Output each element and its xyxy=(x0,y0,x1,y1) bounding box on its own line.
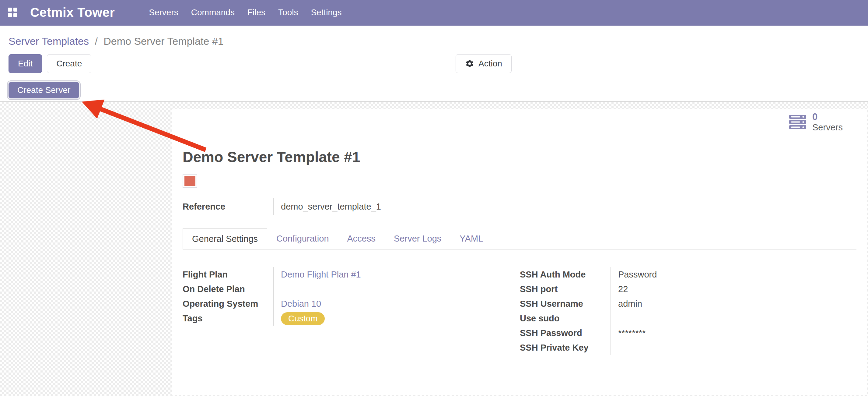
reference-label: Reference xyxy=(183,198,273,215)
flight-plan-label: Flight Plan xyxy=(183,267,273,282)
right-field-group: SSH Auth Mode Password SSH port 22 SSH U… xyxy=(520,267,857,355)
breadcrumb-current: Demo Server Template #1 xyxy=(103,35,223,47)
operating-system-value: Debian 10 xyxy=(273,296,520,311)
servers-count: 0 xyxy=(812,112,843,122)
general-settings-groups: Flight Plan Demo Flight Plan #1 On Delet… xyxy=(183,267,857,355)
reference-value: demo_server_template_1 xyxy=(273,198,857,215)
ssh-password-label: SSH Password xyxy=(520,326,611,340)
menu-item-commands[interactable]: Commands xyxy=(191,0,235,25)
edit-button[interactable]: Edit xyxy=(8,54,42,73)
ssh-username-label: SSH Username xyxy=(520,296,611,311)
form-sheet: 0 Servers Demo Server Template #1 Refere… xyxy=(172,109,867,395)
tags-value: Custom xyxy=(273,311,520,326)
tab-general-settings[interactable]: General Settings xyxy=(183,228,267,249)
gear-icon xyxy=(465,59,474,68)
on-delete-plan-value xyxy=(273,282,520,296)
menu-item-files[interactable]: Files xyxy=(247,0,266,25)
left-field-group: Flight Plan Demo Flight Plan #1 On Delet… xyxy=(183,267,520,355)
create-server-button[interactable]: Create Server xyxy=(8,82,79,98)
breadcrumb: Server Templates / Demo Server Template … xyxy=(8,35,224,47)
tab-configuration[interactable]: Configuration xyxy=(267,228,338,249)
button-box: 0 Servers xyxy=(172,109,867,135)
top-navbar: Cetmix Tower Servers Commands Files Tool… xyxy=(0,0,868,26)
servers-stat-label: Servers xyxy=(812,122,843,133)
flight-plan-value: Demo Flight Plan #1 xyxy=(273,267,520,282)
menu-item-servers[interactable]: Servers xyxy=(149,0,178,25)
main-menu: Servers Commands Files Tools Settings xyxy=(149,0,341,25)
color-picker-swatch[interactable] xyxy=(183,174,197,188)
server-stack-icon xyxy=(789,115,806,130)
menu-item-settings[interactable]: Settings xyxy=(311,0,341,25)
ssh-password-value: ******** xyxy=(611,326,857,340)
content-background: 0 Servers Demo Server Template #1 Refere… xyxy=(0,102,868,396)
on-delete-plan-label: On Delete Plan xyxy=(183,282,273,296)
use-sudo-label: Use sudo xyxy=(520,311,611,326)
ssh-port-label: SSH port xyxy=(520,282,611,296)
operating-system-label: Operating System xyxy=(183,296,273,311)
action-dropdown-button[interactable]: Action xyxy=(456,54,512,73)
create-button[interactable]: Create xyxy=(47,54,91,73)
color-swatch-fill xyxy=(184,176,195,186)
form-statusbar: Create Server xyxy=(0,78,868,102)
reference-field-row: Reference demo_server_template_1 xyxy=(183,198,857,215)
ssh-username-value: admin xyxy=(611,296,857,311)
action-button-label: Action xyxy=(478,59,502,68)
brand-title: Cetmix Tower xyxy=(30,5,115,20)
servers-stat-button[interactable]: 0 Servers xyxy=(780,109,867,135)
ssh-private-key-value xyxy=(611,340,857,355)
breadcrumb-separator: / xyxy=(95,35,97,47)
flight-plan-link[interactable]: Demo Flight Plan #1 xyxy=(281,270,361,279)
tab-server-logs[interactable]: Server Logs xyxy=(385,228,451,249)
ssh-auth-mode-value: Password xyxy=(611,267,857,282)
notebook-tabs: General Settings Configuration Access Se… xyxy=(183,228,857,250)
tag-custom[interactable]: Custom xyxy=(281,312,325,325)
use-sudo-value xyxy=(611,311,857,326)
breadcrumb-parent-link[interactable]: Server Templates xyxy=(8,35,89,47)
ssh-port-value: 22 xyxy=(611,282,857,296)
ssh-private-key-label: SSH Private Key xyxy=(520,340,611,355)
operating-system-link[interactable]: Debian 10 xyxy=(281,299,321,309)
tags-label: Tags xyxy=(183,311,273,326)
tab-access[interactable]: Access xyxy=(338,228,385,249)
apps-menu-icon[interactable] xyxy=(8,8,17,17)
tab-yaml[interactable]: YAML xyxy=(451,228,492,249)
menu-item-tools[interactable]: Tools xyxy=(278,0,298,25)
form-toolbar: Edit Create xyxy=(8,54,91,73)
ssh-auth-mode-label: SSH Auth Mode xyxy=(520,267,611,282)
record-title: Demo Server Template #1 xyxy=(183,149,857,165)
